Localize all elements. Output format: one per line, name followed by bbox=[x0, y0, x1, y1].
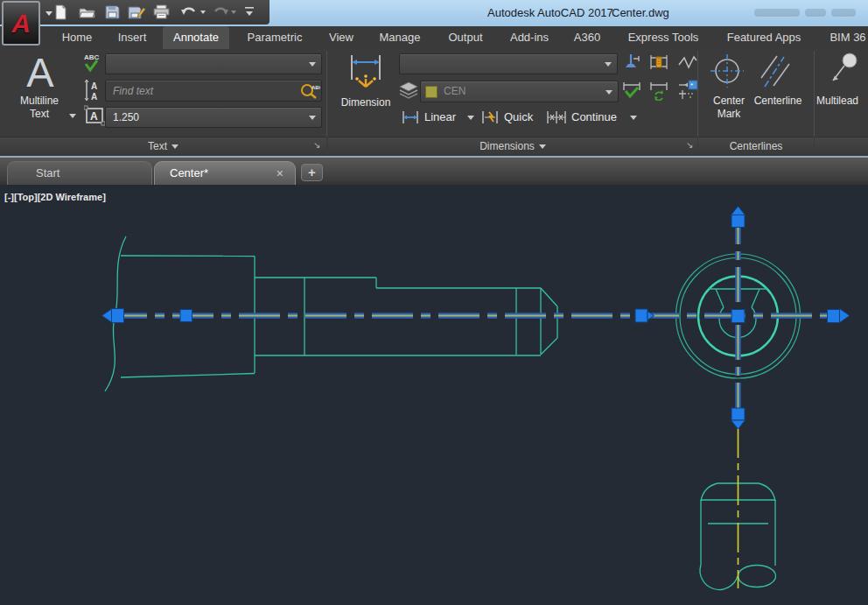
grip-arrow-up[interactable] bbox=[732, 207, 746, 215]
dimensions-panel-title[interactable]: Dimensions bbox=[328, 137, 697, 156]
autocad-logo: A bbox=[11, 9, 31, 39]
titlebar-ghost-text bbox=[805, 9, 826, 17]
dimension-layer-combo[interactable]: CEN bbox=[420, 81, 619, 102]
grip-arrow-down-base[interactable] bbox=[732, 408, 745, 420]
grip-arrow-up-base[interactable] bbox=[732, 215, 745, 228]
qat-customize-icon[interactable] bbox=[243, 7, 256, 18]
panel-separator bbox=[697, 51, 698, 137]
dimension-button-label[interactable]: Dimension bbox=[331, 96, 401, 109]
tab-bim-360[interactable]: BIM 36 bbox=[819, 26, 868, 49]
open-folder-icon[interactable] bbox=[79, 4, 95, 20]
continue-dimension-icon[interactable] bbox=[545, 109, 568, 125]
reassociate-icon[interactable]: * bbox=[677, 80, 698, 101]
save-icon[interactable] bbox=[105, 4, 120, 19]
file-tab-center[interactable]: Center* × bbox=[154, 161, 296, 185]
drawing-canvas[interactable]: [-][Top][2D Wireframe] bbox=[0, 185, 868, 605]
tab-parametric[interactable]: Parametric bbox=[237, 26, 313, 49]
file-tab-bar: Start Center* × + bbox=[0, 156, 868, 185]
grip-arrow-right-base[interactable] bbox=[828, 310, 840, 323]
tab-view[interactable]: View bbox=[318, 26, 364, 49]
tab-add-ins[interactable]: Add-ins bbox=[500, 26, 559, 49]
grip-arrow-right[interactable] bbox=[840, 309, 850, 323]
chevron-down-icon[interactable] bbox=[606, 90, 612, 95]
tab-output[interactable]: Output bbox=[438, 26, 493, 49]
undo-dropdown-icon[interactable] bbox=[200, 11, 206, 14]
centerline-icon[interactable] bbox=[756, 52, 794, 90]
text-panel-launcher-icon[interactable]: ↘ bbox=[313, 140, 320, 151]
autocad-window: A Autodesk AutoCAD 2017 Center.dwg Home … bbox=[0, 0, 868, 605]
adjust-space-icon[interactable] bbox=[648, 53, 669, 72]
close-icon[interactable]: × bbox=[276, 162, 284, 185]
centerline-label[interactable]: Centerline bbox=[749, 95, 807, 108]
annotation-scale-combo[interactable]: 1.250 bbox=[105, 107, 322, 128]
redo-icon[interactable] bbox=[213, 4, 230, 19]
layers-icon bbox=[399, 81, 418, 99]
undo-icon[interactable] bbox=[179, 4, 197, 19]
tab-a360[interactable]: A360 bbox=[564, 26, 611, 49]
multileader-icon[interactable] bbox=[824, 52, 866, 94]
linear-dropdown-icon[interactable] bbox=[467, 116, 474, 120]
dimension-break-icon[interactable] bbox=[621, 53, 640, 72]
ribbon: A Multiline Text ABC A A A bbox=[0, 49, 868, 156]
dimension-style-combo[interactable] bbox=[399, 53, 618, 74]
layer-color-swatch bbox=[425, 86, 438, 98]
find-text-input[interactable] bbox=[105, 80, 322, 102]
application-menu-dropdown-icon[interactable] bbox=[46, 11, 52, 16]
ribbon-tab-bar: Home Insert Annotate Parametric View Man… bbox=[0, 26, 868, 49]
application-menu-button[interactable]: A bbox=[2, 1, 40, 46]
tab-featured-apps[interactable]: Featured Apps bbox=[717, 26, 812, 49]
redo-dropdown-icon[interactable] bbox=[231, 11, 236, 14]
tab-express-tools[interactable]: Express Tools bbox=[618, 26, 710, 49]
center-mark-label[interactable]: Center Mark bbox=[705, 95, 752, 121]
dimension-button-icon[interactable] bbox=[345, 52, 387, 94]
app-title: Autodesk AutoCAD 2017 bbox=[487, 6, 613, 19]
grip-square[interactable] bbox=[180, 310, 192, 322]
linear-dimension-icon[interactable] bbox=[401, 109, 420, 125]
multiline-text-label[interactable]: Multiline Text bbox=[5, 95, 74, 121]
dimension-check-icon[interactable] bbox=[621, 80, 642, 101]
chevron-down-icon[interactable] bbox=[605, 62, 612, 67]
linear-button[interactable]: Linear bbox=[424, 107, 456, 128]
continue-dropdown-icon[interactable] bbox=[630, 116, 637, 120]
dimension-update-icon[interactable] bbox=[648, 80, 669, 101]
svg-text:*: * bbox=[690, 81, 693, 89]
text-align-icon[interactable]: A A bbox=[84, 79, 105, 102]
chevron-down-icon[interactable] bbox=[309, 116, 316, 120]
new-drawing-button[interactable]: + bbox=[301, 164, 323, 181]
grip-square-stretch[interactable] bbox=[635, 309, 648, 322]
svg-text:ABC: ABC bbox=[84, 53, 100, 61]
chevron-down-icon[interactable] bbox=[309, 62, 316, 67]
find-text-search-icon[interactable]: ABC bbox=[299, 82, 320, 100]
grip-square-stretch-nub[interactable] bbox=[648, 312, 654, 320]
annotation-scale-icon[interactable]: A bbox=[84, 105, 107, 128]
grip-arrow-left[interactable] bbox=[102, 309, 113, 323]
tab-home[interactable]: Home bbox=[52, 26, 103, 49]
center-mark-icon[interactable] bbox=[708, 52, 746, 90]
multiline-text-button[interactable]: A bbox=[14, 49, 66, 96]
grip-arrow-left-base[interactable] bbox=[112, 309, 124, 323]
jog-line-icon[interactable] bbox=[677, 53, 698, 72]
tab-annotate[interactable]: Annotate bbox=[163, 26, 229, 49]
document-name: Center.dwg bbox=[612, 6, 669, 19]
spell-check-icon[interactable]: ABC bbox=[82, 52, 105, 75]
quick-dimension-icon[interactable] bbox=[480, 109, 500, 125]
text-panel-title[interactable]: Text bbox=[0, 137, 326, 156]
centerlines-panel-title[interactable]: Centerlines bbox=[698, 137, 814, 156]
panel-separator bbox=[326, 51, 327, 137]
quick-button[interactable]: Quick bbox=[504, 107, 533, 128]
titlebar-ghost-text bbox=[831, 9, 856, 17]
new-file-icon[interactable] bbox=[52, 4, 68, 20]
multileader-label[interactable]: Multilead bbox=[816, 95, 868, 108]
continue-button[interactable]: Continue bbox=[571, 107, 617, 128]
print-icon[interactable] bbox=[153, 4, 170, 19]
save-as-icon[interactable] bbox=[128, 4, 146, 20]
grip-arrow-down[interactable] bbox=[732, 420, 746, 429]
svg-text:A: A bbox=[91, 81, 97, 91]
grip-center[interactable] bbox=[732, 310, 745, 323]
multiline-text-dropdown-icon[interactable] bbox=[69, 114, 76, 118]
tab-insert[interactable]: Insert bbox=[108, 26, 158, 49]
file-tab-start[interactable]: Start bbox=[7, 161, 152, 185]
dimensions-panel-launcher-icon[interactable]: ↘ bbox=[686, 140, 693, 151]
tab-manage[interactable]: Manage bbox=[369, 26, 431, 49]
text-style-combo[interactable] bbox=[105, 53, 322, 74]
